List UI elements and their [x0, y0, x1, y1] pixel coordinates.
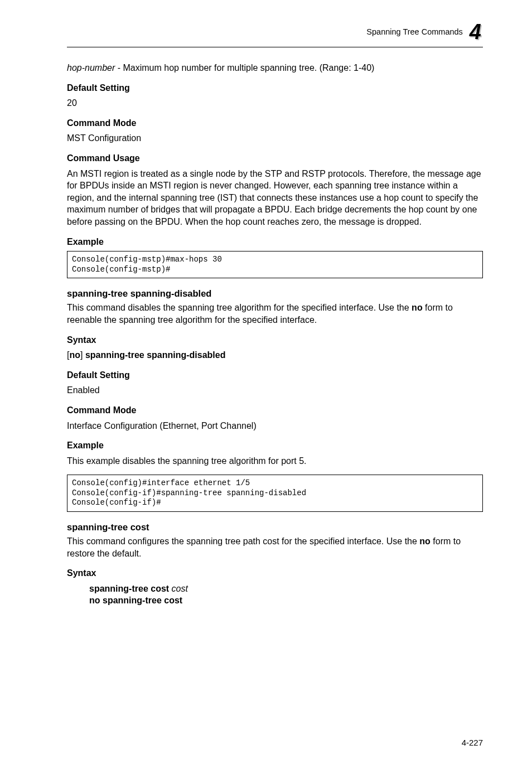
- value-command-mode: Interface Configuration (Ethernet, Port …: [67, 420, 483, 432]
- value-command-usage: An MSTI region is treated as a single no…: [67, 168, 483, 228]
- chapter-number-icon: 4 4: [470, 21, 483, 42]
- label-syntax: Syntax: [67, 334, 483, 346]
- page-content: hop-number - Maximum hop number for mult…: [67, 62, 483, 615]
- label-default-setting: Default Setting: [67, 369, 483, 381]
- page-header: Spanning Tree Commands 4 4: [67, 21, 483, 42]
- label-example: Example: [67, 439, 483, 452]
- header-divider: [67, 47, 483, 47]
- param-description: hop-number - Maximum hop number for mult…: [67, 62, 483, 74]
- syntax-block: spanning-tree cost cost no spanning-tree…: [89, 583, 483, 607]
- value-default-setting: 20: [67, 97, 483, 109]
- section-description: This command disables the spanning tree …: [67, 302, 483, 326]
- label-command-usage: Command Usage: [67, 152, 483, 165]
- value-default-setting: Enabled: [67, 384, 483, 396]
- page-number: 4-227: [67, 733, 483, 747]
- example-description: This example disables the spanning tree …: [67, 455, 483, 467]
- syntax-line: spanning-tree cost cost: [89, 583, 483, 595]
- section-title: spanning-tree spanning-disabled: [67, 287, 483, 299]
- label-command-mode: Command Mode: [67, 117, 483, 129]
- label-syntax: Syntax: [67, 567, 483, 579]
- value-command-mode: MST Configuration: [67, 132, 483, 144]
- section-description: This command configures the spanning tre…: [67, 535, 483, 559]
- syntax-line: [no] spanning-tree spanning-disabled: [67, 349, 483, 361]
- syntax-line: no spanning-tree cost: [89, 594, 483, 607]
- section-title: spanning-tree cost: [67, 521, 483, 533]
- breadcrumb: Spanning Tree Commands: [366, 27, 463, 36]
- label-command-mode: Command Mode: [67, 404, 483, 417]
- code-example: Console(config)#interface ethernet 1/5 C…: [67, 475, 483, 512]
- label-example: Example: [67, 236, 483, 248]
- label-default-setting: Default Setting: [67, 82, 483, 94]
- code-example: Console(config-mstp)#max-hops 30 Console…: [67, 251, 483, 278]
